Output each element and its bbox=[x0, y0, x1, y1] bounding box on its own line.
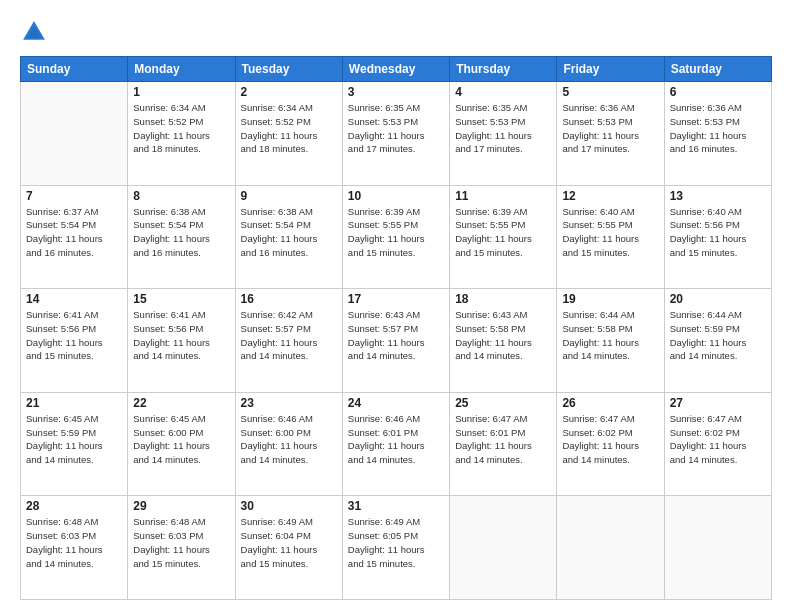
calendar-cell: 23Sunrise: 6:46 AMSunset: 6:00 PMDayligh… bbox=[235, 392, 342, 496]
day-info: Sunrise: 6:47 AMSunset: 6:02 PMDaylight:… bbox=[670, 412, 766, 467]
day-info: Sunrise: 6:35 AMSunset: 5:53 PMDaylight:… bbox=[348, 101, 444, 156]
day-info: Sunrise: 6:43 AMSunset: 5:58 PMDaylight:… bbox=[455, 308, 551, 363]
calendar-dow-tuesday: Tuesday bbox=[235, 57, 342, 82]
day-number: 22 bbox=[133, 396, 229, 410]
day-number: 30 bbox=[241, 499, 337, 513]
day-info: Sunrise: 6:36 AMSunset: 5:53 PMDaylight:… bbox=[670, 101, 766, 156]
day-number: 4 bbox=[455, 85, 551, 99]
calendar-week-1: 7Sunrise: 6:37 AMSunset: 5:54 PMDaylight… bbox=[21, 185, 772, 289]
day-number: 19 bbox=[562, 292, 658, 306]
day-info: Sunrise: 6:47 AMSunset: 6:02 PMDaylight:… bbox=[562, 412, 658, 467]
calendar-cell: 17Sunrise: 6:43 AMSunset: 5:57 PMDayligh… bbox=[342, 289, 449, 393]
day-number: 2 bbox=[241, 85, 337, 99]
day-info: Sunrise: 6:44 AMSunset: 5:58 PMDaylight:… bbox=[562, 308, 658, 363]
logo bbox=[20, 18, 52, 46]
calendar-cell: 3Sunrise: 6:35 AMSunset: 5:53 PMDaylight… bbox=[342, 82, 449, 186]
day-info: Sunrise: 6:48 AMSunset: 6:03 PMDaylight:… bbox=[26, 515, 122, 570]
calendar-cell: 6Sunrise: 6:36 AMSunset: 5:53 PMDaylight… bbox=[664, 82, 771, 186]
calendar-cell: 15Sunrise: 6:41 AMSunset: 5:56 PMDayligh… bbox=[128, 289, 235, 393]
calendar-dow-saturday: Saturday bbox=[664, 57, 771, 82]
day-number: 13 bbox=[670, 189, 766, 203]
day-number: 9 bbox=[241, 189, 337, 203]
day-info: Sunrise: 6:36 AMSunset: 5:53 PMDaylight:… bbox=[562, 101, 658, 156]
calendar-cell: 28Sunrise: 6:48 AMSunset: 6:03 PMDayligh… bbox=[21, 496, 128, 600]
calendar-cell: 30Sunrise: 6:49 AMSunset: 6:04 PMDayligh… bbox=[235, 496, 342, 600]
day-info: Sunrise: 6:46 AMSunset: 6:01 PMDaylight:… bbox=[348, 412, 444, 467]
day-number: 8 bbox=[133, 189, 229, 203]
day-number: 31 bbox=[348, 499, 444, 513]
calendar-cell: 13Sunrise: 6:40 AMSunset: 5:56 PMDayligh… bbox=[664, 185, 771, 289]
day-info: Sunrise: 6:41 AMSunset: 5:56 PMDaylight:… bbox=[26, 308, 122, 363]
calendar-dow-thursday: Thursday bbox=[450, 57, 557, 82]
calendar-cell: 1Sunrise: 6:34 AMSunset: 5:52 PMDaylight… bbox=[128, 82, 235, 186]
day-number: 15 bbox=[133, 292, 229, 306]
calendar-cell bbox=[21, 82, 128, 186]
calendar-cell: 5Sunrise: 6:36 AMSunset: 5:53 PMDaylight… bbox=[557, 82, 664, 186]
calendar-cell bbox=[450, 496, 557, 600]
calendar-dow-friday: Friday bbox=[557, 57, 664, 82]
calendar-cell: 2Sunrise: 6:34 AMSunset: 5:52 PMDaylight… bbox=[235, 82, 342, 186]
calendar-cell: 24Sunrise: 6:46 AMSunset: 6:01 PMDayligh… bbox=[342, 392, 449, 496]
day-number: 5 bbox=[562, 85, 658, 99]
calendar-cell bbox=[664, 496, 771, 600]
day-info: Sunrise: 6:42 AMSunset: 5:57 PMDaylight:… bbox=[241, 308, 337, 363]
calendar-cell: 4Sunrise: 6:35 AMSunset: 5:53 PMDaylight… bbox=[450, 82, 557, 186]
calendar-dow-sunday: Sunday bbox=[21, 57, 128, 82]
day-number: 6 bbox=[670, 85, 766, 99]
header bbox=[20, 18, 772, 46]
day-number: 1 bbox=[133, 85, 229, 99]
day-number: 16 bbox=[241, 292, 337, 306]
calendar-cell: 19Sunrise: 6:44 AMSunset: 5:58 PMDayligh… bbox=[557, 289, 664, 393]
calendar-cell: 31Sunrise: 6:49 AMSunset: 6:05 PMDayligh… bbox=[342, 496, 449, 600]
calendar-dow-monday: Monday bbox=[128, 57, 235, 82]
day-number: 29 bbox=[133, 499, 229, 513]
day-info: Sunrise: 6:35 AMSunset: 5:53 PMDaylight:… bbox=[455, 101, 551, 156]
calendar-cell: 25Sunrise: 6:47 AMSunset: 6:01 PMDayligh… bbox=[450, 392, 557, 496]
day-number: 17 bbox=[348, 292, 444, 306]
day-info: Sunrise: 6:38 AMSunset: 5:54 PMDaylight:… bbox=[241, 205, 337, 260]
day-number: 7 bbox=[26, 189, 122, 203]
calendar-cell: 11Sunrise: 6:39 AMSunset: 5:55 PMDayligh… bbox=[450, 185, 557, 289]
logo-icon bbox=[20, 18, 48, 46]
day-info: Sunrise: 6:41 AMSunset: 5:56 PMDaylight:… bbox=[133, 308, 229, 363]
day-info: Sunrise: 6:39 AMSunset: 5:55 PMDaylight:… bbox=[348, 205, 444, 260]
day-number: 20 bbox=[670, 292, 766, 306]
calendar-cell: 27Sunrise: 6:47 AMSunset: 6:02 PMDayligh… bbox=[664, 392, 771, 496]
day-info: Sunrise: 6:46 AMSunset: 6:00 PMDaylight:… bbox=[241, 412, 337, 467]
calendar-cell: 7Sunrise: 6:37 AMSunset: 5:54 PMDaylight… bbox=[21, 185, 128, 289]
calendar-cell: 8Sunrise: 6:38 AMSunset: 5:54 PMDaylight… bbox=[128, 185, 235, 289]
calendar-cell: 26Sunrise: 6:47 AMSunset: 6:02 PMDayligh… bbox=[557, 392, 664, 496]
calendar-cell: 14Sunrise: 6:41 AMSunset: 5:56 PMDayligh… bbox=[21, 289, 128, 393]
calendar-week-3: 21Sunrise: 6:45 AMSunset: 5:59 PMDayligh… bbox=[21, 392, 772, 496]
day-info: Sunrise: 6:34 AMSunset: 5:52 PMDaylight:… bbox=[241, 101, 337, 156]
day-info: Sunrise: 6:39 AMSunset: 5:55 PMDaylight:… bbox=[455, 205, 551, 260]
day-info: Sunrise: 6:34 AMSunset: 5:52 PMDaylight:… bbox=[133, 101, 229, 156]
day-info: Sunrise: 6:45 AMSunset: 6:00 PMDaylight:… bbox=[133, 412, 229, 467]
day-info: Sunrise: 6:45 AMSunset: 5:59 PMDaylight:… bbox=[26, 412, 122, 467]
day-info: Sunrise: 6:47 AMSunset: 6:01 PMDaylight:… bbox=[455, 412, 551, 467]
day-info: Sunrise: 6:40 AMSunset: 5:56 PMDaylight:… bbox=[670, 205, 766, 260]
calendar-week-4: 28Sunrise: 6:48 AMSunset: 6:03 PMDayligh… bbox=[21, 496, 772, 600]
calendar-dow-wednesday: Wednesday bbox=[342, 57, 449, 82]
calendar-cell: 21Sunrise: 6:45 AMSunset: 5:59 PMDayligh… bbox=[21, 392, 128, 496]
day-info: Sunrise: 6:49 AMSunset: 6:04 PMDaylight:… bbox=[241, 515, 337, 570]
page: SundayMondayTuesdayWednesdayThursdayFrid… bbox=[0, 0, 792, 612]
calendar-cell: 9Sunrise: 6:38 AMSunset: 5:54 PMDaylight… bbox=[235, 185, 342, 289]
day-number: 3 bbox=[348, 85, 444, 99]
day-info: Sunrise: 6:49 AMSunset: 6:05 PMDaylight:… bbox=[348, 515, 444, 570]
calendar-cell: 16Sunrise: 6:42 AMSunset: 5:57 PMDayligh… bbox=[235, 289, 342, 393]
day-info: Sunrise: 6:48 AMSunset: 6:03 PMDaylight:… bbox=[133, 515, 229, 570]
calendar-header-row: SundayMondayTuesdayWednesdayThursdayFrid… bbox=[21, 57, 772, 82]
calendar-cell bbox=[557, 496, 664, 600]
day-number: 12 bbox=[562, 189, 658, 203]
day-info: Sunrise: 6:44 AMSunset: 5:59 PMDaylight:… bbox=[670, 308, 766, 363]
day-number: 27 bbox=[670, 396, 766, 410]
calendar-cell: 20Sunrise: 6:44 AMSunset: 5:59 PMDayligh… bbox=[664, 289, 771, 393]
day-info: Sunrise: 6:43 AMSunset: 5:57 PMDaylight:… bbox=[348, 308, 444, 363]
day-number: 25 bbox=[455, 396, 551, 410]
calendar-cell: 18Sunrise: 6:43 AMSunset: 5:58 PMDayligh… bbox=[450, 289, 557, 393]
calendar-week-2: 14Sunrise: 6:41 AMSunset: 5:56 PMDayligh… bbox=[21, 289, 772, 393]
day-number: 10 bbox=[348, 189, 444, 203]
day-info: Sunrise: 6:38 AMSunset: 5:54 PMDaylight:… bbox=[133, 205, 229, 260]
day-number: 18 bbox=[455, 292, 551, 306]
